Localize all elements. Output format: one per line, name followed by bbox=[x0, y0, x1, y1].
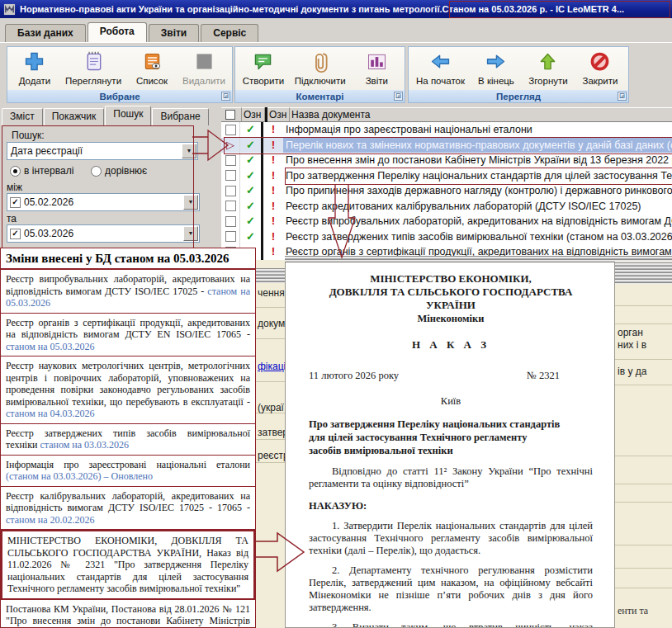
row-title[interactable]: Інформація про зареєстровані національні… bbox=[283, 122, 672, 138]
row-checkbox-cell[interactable] bbox=[221, 183, 239, 199]
ribbon-tab-Сервіс[interactable]: Сервіс bbox=[201, 24, 258, 42]
sidebar-tab-Пошук[interactable]: Пошук bbox=[105, 106, 151, 125]
header-ozn2[interactable]: Озн bbox=[267, 107, 290, 122]
sidebar-tab-Зміст[interactable]: Зміст bbox=[2, 108, 43, 125]
list-item[interactable]: МІНІСТЕРСТВО ЕКОНОМІКИ, ДОВКІЛЛЯ ТА СІЛЬ… bbox=[1, 530, 255, 600]
date-from-field[interactable]: ✓ 05.02.2026 ▼ bbox=[7, 193, 200, 211]
toolbar-group-Перегляд: На початокВ кінецьЗгорнутиЗакритиПерегля… bbox=[408, 46, 629, 103]
toolbar-group-Коментарі: СтворитиПідключитиЗвітиКоментарі◲ bbox=[234, 46, 405, 103]
button-Підключити[interactable]: Підключити bbox=[291, 49, 349, 87]
table-row[interactable]: ✓!Про внесення змін до постанови Кабінет… bbox=[221, 153, 672, 168]
dialog-launcher-icon[interactable]: ◲ bbox=[221, 92, 230, 101]
list-item[interactable]: Постанова КМ України, Постанова від 28.0… bbox=[1, 600, 255, 628]
header-name[interactable]: Назва документа bbox=[290, 107, 672, 122]
table-row[interactable]: ✓!Реєстр випробувальних лабораторій, акр… bbox=[221, 214, 672, 229]
header-ozn1[interactable]: Озн bbox=[242, 107, 265, 122]
chevron-down-icon[interactable]: ▼ bbox=[182, 144, 196, 158]
table-row[interactable]: ✓!Про затвердження Переліку національних… bbox=[221, 168, 672, 184]
search-field-dropdown[interactable]: Дата реєстрації ▼ bbox=[7, 142, 198, 160]
row-ok-icon: ✓ bbox=[239, 214, 261, 229]
button-Переглянути[interactable]: Переглянути bbox=[62, 49, 125, 87]
change-date: станом на 03.03.2026 bbox=[40, 439, 129, 451]
button-На початок[interactable]: На початок bbox=[413, 49, 468, 87]
row-checkbox-cell[interactable] bbox=[221, 122, 239, 138]
list-item[interactable]: Інформація про зареєстровані національні… bbox=[1, 456, 255, 487]
button-Закрити[interactable]: Закрити bbox=[576, 49, 624, 87]
header-checkbox-cell[interactable] bbox=[221, 107, 242, 122]
sidebar-tab-Вибране[interactable]: Вибране bbox=[152, 108, 208, 125]
row-ok-icon: ✓ bbox=[239, 153, 261, 168]
ribbon-tab-strip: Бази данихРоботаЗвітиСервіс bbox=[5, 22, 260, 42]
chevron-down-icon[interactable]: ▼ bbox=[183, 226, 198, 241]
checkbox-icon[interactable] bbox=[225, 186, 236, 196]
table-row[interactable]: ✓!Про припинення заходів державного нагл… bbox=[221, 183, 672, 199]
ribbon-tab-Робота[interactable]: Робота bbox=[88, 22, 147, 42]
row-title[interactable]: Реєстр затверджених типів засобів вимірю… bbox=[283, 229, 672, 245]
row-checkbox-cell[interactable] bbox=[221, 214, 239, 229]
change-text: Постанова КМ України, Постанова від 28.0… bbox=[6, 603, 250, 628]
row-title[interactable]: Реєстр випробувальних лабораторій, акред… bbox=[283, 214, 672, 229]
ribbon-tab-Бази даних[interactable]: Бази даних bbox=[5, 24, 86, 42]
radio-equals[interactable]: дорівнює bbox=[91, 165, 147, 177]
dialog-launcher-icon[interactable]: ◲ bbox=[618, 92, 627, 101]
ribbon-tab-Звіти[interactable]: Звіти bbox=[149, 24, 199, 42]
table-row[interactable]: ✓!Реєстр акредитованих калібрувальних ла… bbox=[221, 199, 672, 215]
row-title[interactable]: Про затвердження Переліку національних с… bbox=[283, 168, 672, 184]
checkbox-icon[interactable] bbox=[225, 231, 236, 242]
row-checkbox-cell[interactable] bbox=[221, 229, 239, 245]
dialog-launcher-icon[interactable]: ◲ bbox=[394, 92, 403, 101]
button-label: В кінець bbox=[478, 76, 514, 86]
list-item[interactable]: Реєстр випробувальних лабораторій, акред… bbox=[1, 270, 255, 314]
chevron-down-icon[interactable]: ▼ bbox=[183, 195, 198, 210]
change-text: МІНІСТЕРСТВО ЕКОНОМІКИ, ДОВКІЛЛЯ ТА СІЛЬ… bbox=[7, 535, 248, 594]
button-Додати[interactable]: Додати bbox=[11, 49, 59, 87]
row-checkbox-cell[interactable] bbox=[221, 153, 239, 168]
table-row[interactable]: ▷✓!Перелік нових та змінених нормативно-… bbox=[221, 138, 672, 153]
list-item[interactable]: Реєстр калібрувальних лабораторій, акред… bbox=[1, 487, 255, 531]
row-ok-icon: ✓ bbox=[239, 199, 261, 215]
document-preview[interactable]: МІНІСТЕРСТВО ЕКОНОМІКИ, ДОВКІЛЛЯ ТА СІЛЬ… bbox=[285, 262, 615, 628]
button-Звіти[interactable]: Звіти bbox=[353, 49, 400, 87]
table-row[interactable]: ✓!Інформація про зареєстровані національ… bbox=[221, 122, 672, 138]
close-icon bbox=[588, 50, 612, 76]
row-title[interactable]: Про внесення змін до постанови Кабінету … bbox=[283, 153, 672, 168]
list-item[interactable]: Реєстр органів з сертифікації продукції,… bbox=[1, 314, 255, 357]
row-important-icon: ! bbox=[263, 229, 283, 245]
row-checkbox-cell[interactable]: ▷ bbox=[221, 138, 239, 153]
row-important-icon: ! bbox=[263, 199, 283, 215]
checkbox-icon[interactable] bbox=[225, 201, 236, 211]
change-text: Реєстр органів з сертифікації продукції,… bbox=[6, 317, 250, 341]
sidebar-tab-Покажчик[interactable]: Покажчик bbox=[44, 108, 105, 125]
change-text: Інформація про зареєстровані національні… bbox=[6, 459, 250, 470]
document-list: Озн Озн Назва документа ✓!Інформація про… bbox=[221, 107, 672, 260]
ribbon-toolbar: ДодатиПереглянутиСписокВидалитиВибране◲С… bbox=[0, 42, 672, 105]
checkbox-icon[interactable] bbox=[225, 216, 236, 227]
date-to-value: 05.03.2026 bbox=[21, 228, 183, 239]
checkbox-icon[interactable] bbox=[225, 125, 236, 135]
checkbox-checked-icon[interactable]: ✓ bbox=[10, 197, 21, 208]
row-title[interactable]: Про припинення заходів державного нагляд… bbox=[283, 183, 672, 199]
table-row[interactable]: ✓!Реєстр затверджених типів засобів вимі… bbox=[221, 229, 672, 245]
button-Згорнути[interactable]: Згорнути bbox=[524, 49, 572, 87]
barchart-icon bbox=[365, 50, 389, 76]
row-title[interactable]: Перелік нових та змінених нормативно-пра… bbox=[283, 138, 672, 153]
button-Створити[interactable]: Створити bbox=[239, 49, 287, 87]
button-Список[interactable]: Список bbox=[128, 49, 176, 87]
add-plus-icon bbox=[22, 50, 46, 76]
checkbox-icon[interactable] bbox=[225, 170, 236, 181]
checkbox-icon bbox=[225, 110, 235, 120]
checkbox-checked-icon[interactable]: ✓ bbox=[10, 229, 21, 239]
list-item[interactable]: Реєстр затверджених типів засобів вимірю… bbox=[1, 424, 255, 456]
row-checkbox-cell[interactable] bbox=[221, 168, 239, 184]
row-checkbox-cell[interactable] bbox=[221, 199, 239, 215]
radio-interval[interactable]: в інтервалі bbox=[10, 165, 73, 177]
background-strip-right: органних і вів у даенти та bbox=[615, 260, 672, 628]
row-marker-icon: ▷ bbox=[226, 139, 234, 150]
list-item[interactable]: Реєстр наукових метрологічних центрів, м… bbox=[1, 356, 255, 424]
button-В кінець[interactable]: В кінець bbox=[472, 49, 520, 87]
row-title[interactable]: Реєстр акредитованих калібрувальних лабо… bbox=[283, 199, 672, 215]
button-Видалити[interactable]: Видалити bbox=[179, 49, 229, 87]
date-to-field[interactable]: ✓ 05.03.2026 ▼ bbox=[7, 224, 200, 243]
checkbox-icon[interactable] bbox=[225, 155, 236, 166]
background-text-fragment: енти та bbox=[618, 605, 648, 617]
